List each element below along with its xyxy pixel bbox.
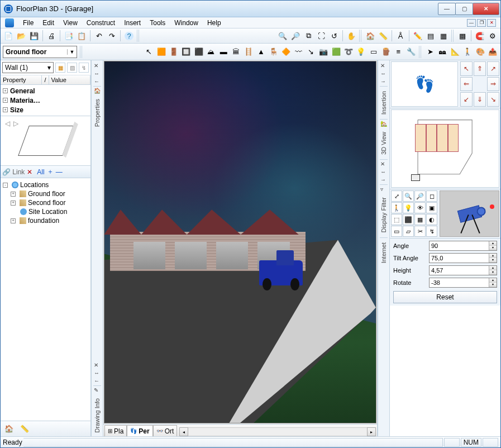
angle-input[interactable]: [430, 242, 489, 249]
tilt-spinner[interactable]: ▴▾: [429, 253, 497, 263]
edit-mode-button[interactable]: ✏️: [412, 30, 424, 42]
save-button[interactable]: [28, 30, 40, 42]
all-button[interactable]: All: [37, 168, 44, 176]
materials-button[interactable]: 🎨: [475, 46, 485, 58]
undo-button[interactable]: [93, 30, 105, 42]
zoom-in-button[interactable]: [276, 30, 289, 42]
settings-button[interactable]: ⚙: [486, 30, 499, 42]
menu-view[interactable]: View: [59, 18, 82, 28]
tab-plan[interactable]: ⊞Pla: [104, 425, 127, 436]
selection-combo[interactable]: Wall (1)▾: [2, 62, 54, 73]
trace-button[interactable]: Å: [394, 30, 407, 42]
filter-b[interactable]: ▱: [403, 226, 414, 237]
print-button[interactable]: [45, 30, 58, 42]
menu-insert[interactable]: Insert: [120, 18, 145, 28]
tab-3d-view[interactable]: 3D View: [380, 128, 387, 158]
railing-tool[interactable]: ≡: [393, 46, 404, 58]
titlebar[interactable]: FloorPlan 3D - [Garage] — ▢ ✕: [1, 1, 500, 17]
angle-spinner[interactable]: ▴▾: [429, 241, 497, 251]
tab-properties[interactable]: Properties: [94, 96, 101, 130]
menu-file[interactable]: File: [18, 18, 38, 28]
menu-tools[interactable]: Tools: [145, 18, 170, 28]
terrain-tool[interactable]: 🟩: [331, 46, 341, 58]
dimensions-toggle-button[interactable]: 📏: [377, 30, 389, 42]
link-button[interactable]: 🔗 Link: [2, 168, 25, 176]
filter-zoom-out[interactable]: 🔎: [414, 190, 426, 202]
remove-loc-button[interactable]: —: [56, 168, 63, 176]
dir-e[interactable]: ⇒: [487, 77, 499, 92]
arrow-left-icon[interactable]: ←: [94, 78, 101, 85]
dir-ne[interactable]: ↗: [487, 61, 499, 76]
filter-zoom-sel[interactable]: ◻: [426, 190, 437, 202]
opening-tool[interactable]: ⬛: [193, 46, 204, 58]
tree-node-second[interactable]: +Second floor: [2, 198, 89, 207]
tree-root[interactable]: -Locations: [2, 180, 89, 189]
filter-light[interactable]: 💡: [403, 202, 414, 213]
path-tool[interactable]: ➰: [343, 46, 354, 58]
menu-window[interactable]: Window: [170, 18, 203, 28]
pin-icon[interactable]: ✕: [380, 63, 387, 69]
camera-tool[interactable]: 📷: [318, 46, 329, 58]
minimap-camera-icon[interactable]: [411, 174, 420, 181]
filter-show[interactable]: ▣: [426, 202, 437, 213]
scroll-left-icon[interactable]: ◂: [179, 427, 188, 436]
measure-icon[interactable]: 📏: [18, 423, 31, 435]
wall-tool[interactable]: 🟧: [156, 46, 166, 58]
pen-icon[interactable]: ✎: [94, 387, 101, 394]
redo-button[interactable]: [106, 30, 118, 42]
arrows-icon[interactable]: ↔: [380, 169, 387, 175]
selection-filter-btn[interactable]: ▦: [55, 63, 65, 73]
filter-hide[interactable]: 👁: [414, 202, 426, 213]
zoom-prev-button[interactable]: ↺: [328, 30, 340, 42]
filter-solid[interactable]: ⬛: [403, 214, 414, 225]
filter-zoom-fit[interactable]: ⤢: [391, 190, 402, 202]
render-button[interactable]: ➤: [425, 46, 436, 58]
pan-button[interactable]: [345, 30, 357, 42]
rotate-input[interactable]: [430, 279, 489, 286]
section-button[interactable]: 📐: [450, 46, 460, 58]
pin-icon[interactable]: ✕: [94, 63, 101, 69]
list-button[interactable]: ▤: [424, 30, 437, 42]
add-loc-button[interactable]: ＋: [47, 167, 54, 177]
tree-node-foundation[interactable]: +foundation: [2, 216, 89, 225]
close-button[interactable]: ✕: [473, 3, 499, 15]
filter-a[interactable]: ▭: [391, 226, 402, 237]
selection-pick-btn[interactable]: ▨: [67, 63, 77, 73]
tab-perspective[interactable]: 👣Per: [127, 425, 152, 436]
property-column-header[interactable]: Property: [1, 75, 42, 84]
arrow-right-icon[interactable]: →: [380, 177, 387, 183]
viewport-3d[interactable]: [104, 61, 376, 423]
height-spinner[interactable]: ▴▾: [429, 265, 497, 275]
arrow-left-icon[interactable]: ←: [94, 378, 101, 384]
rotate-spinner[interactable]: ▴▾: [429, 278, 497, 288]
snap-button[interactable]: 🧲: [474, 30, 486, 42]
mdi-restore-button[interactable]: ❐: [477, 19, 486, 27]
view-hscroll[interactable]: ◂ ▸: [179, 427, 376, 436]
symbol-tool[interactable]: ▲: [256, 46, 266, 58]
stair-tool[interactable]: 🪜: [243, 46, 254, 58]
arrows-icon[interactable]: ↔: [380, 70, 387, 77]
elevation-button[interactable]: 🏘: [437, 46, 448, 58]
text-tool[interactable]: 🔶: [280, 46, 291, 58]
prop-group-general[interactable]: +General: [1, 86, 90, 96]
arrows-icon[interactable]: ↔: [94, 370, 101, 376]
arrow-right-icon[interactable]: →: [380, 78, 387, 85]
paste-button[interactable]: [75, 30, 88, 42]
height-input[interactable]: [430, 267, 489, 274]
select-tool[interactable]: ↖: [144, 46, 154, 58]
dir-s[interactable]: ⇓: [474, 92, 486, 107]
house-icon[interactable]: 🏠: [94, 88, 101, 94]
roof-tool[interactable]: ⛰: [206, 46, 216, 58]
dir-sw[interactable]: ↙: [460, 92, 473, 107]
minimize-button[interactable]: —: [438, 3, 456, 15]
menu-help[interactable]: Help: [203, 18, 226, 28]
open-button[interactable]: [15, 30, 27, 42]
leader-tool[interactable]: ↘: [306, 46, 316, 58]
mdi-icon[interactable]: [5, 18, 14, 27]
window-tool[interactable]: 🔲: [181, 46, 192, 58]
selection-clear-btn[interactable]: ↯: [79, 63, 89, 73]
prev-icon[interactable]: ◁: [5, 120, 10, 127]
reset-button[interactable]: Reset: [393, 291, 497, 303]
filter-walk[interactable]: 🚶: [391, 202, 402, 213]
fence-tool[interactable]: 🪵: [380, 46, 391, 58]
